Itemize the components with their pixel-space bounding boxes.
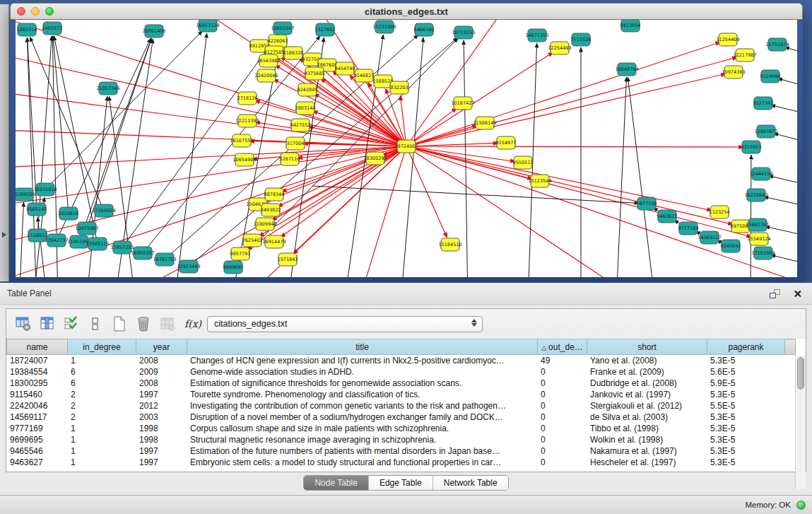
table-settings-icon[interactable] <box>13 314 33 334</box>
table-row[interactable]: 1872400712008Changes of HCN gene express… <box>6 355 795 366</box>
network-node[interactable]: 18935814 <box>33 183 57 196</box>
network-node[interactable]: 2718126 <box>237 92 258 105</box>
table-cell[interactable]: Estimation of significance thresholds fo… <box>187 378 537 389</box>
table-cell[interactable]: 22420046 <box>6 400 67 411</box>
table-cell[interactable]: 1997 <box>136 445 187 457</box>
close-panel-icon[interactable]: ✕ <box>793 288 802 299</box>
network-node[interactable]: 16210643 <box>744 189 767 201</box>
table-cell[interactable]: 5.5E-5 <box>707 400 784 411</box>
table-cell[interactable]: 5.6E-5 <box>707 366 784 378</box>
network-node[interactable]: 15549124 <box>747 233 770 245</box>
table-cell[interactable]: 5.3E-5 <box>707 355 784 366</box>
table-cell[interactable]: 14569117 <box>6 411 67 423</box>
network-node[interactable]: 3493822 <box>261 204 281 216</box>
network-node[interactable]: 14671355 <box>525 29 548 42</box>
network-node[interactable]: 2405572 <box>42 22 63 35</box>
table-cell[interactable]: 9465546 <box>6 445 67 457</box>
network-node[interactable]: 16543982 <box>257 54 280 67</box>
table-row[interactable]: 969969511998Structural magnetic resonanc… <box>6 434 795 445</box>
table-cell[interactable]: 0 <box>537 457 587 468</box>
table-cell[interactable]: Tourette syndrome. Phenomenology and cla… <box>187 389 537 400</box>
network-node[interactable]: 12923448 <box>177 260 200 273</box>
column-header-pagerank[interactable]: pagerank <box>707 339 785 355</box>
network-node[interactable]: 15231908 <box>372 21 396 33</box>
table-cell[interactable]: 2 <box>67 400 136 411</box>
network-node[interactable]: 10167427 <box>451 97 474 110</box>
network-node[interactable]: 7625402 <box>242 234 263 247</box>
network-node[interactable]: 9375685 <box>305 67 325 80</box>
network-node[interactable]: 15184510 <box>438 238 461 251</box>
table-cell[interactable]: 19384554 <box>6 366 67 378</box>
network-node[interactable]: 9227342 <box>753 97 774 110</box>
table-cell[interactable]: 0 <box>537 378 587 389</box>
table-cell[interactable]: 2012 <box>136 400 187 411</box>
network-node[interactable]: 1865314 <box>17 23 37 36</box>
table-row[interactable]: 1456911722003Disruption of a novel membe… <box>6 411 795 423</box>
network-node[interactable]: 18724007 <box>394 140 418 153</box>
network-node[interactable]: 2020655 <box>59 207 79 220</box>
network-node[interactable]: 17359924 <box>92 204 115 217</box>
delete-trash-icon[interactable] <box>134 314 153 334</box>
network-node[interactable]: 6466160 <box>414 23 435 36</box>
network-node[interactable]: 16782753 <box>153 253 176 266</box>
table-cell[interactable]: 1 <box>67 355 136 366</box>
table-cell[interactable]: Hescheler et al. (1997) <box>587 457 707 468</box>
table-cell[interactable]: 2 <box>67 389 136 400</box>
table-row[interactable]: 977716911998Corpus callosum shape and si… <box>6 423 795 434</box>
table-cell[interactable]: 1997 <box>136 389 187 400</box>
table-cell[interactable]: 1998 <box>136 423 187 434</box>
network-node[interactable]: 11809948 <box>253 218 276 230</box>
network-node[interactable]: 7677708 <box>637 197 657 210</box>
table-cell[interactable]: 1 <box>67 423 136 434</box>
table-cell[interactable]: Yano et al. (2008) <box>587 355 707 366</box>
network-node[interactable]: 9146821 <box>354 69 375 82</box>
network-node[interactable]: 12093872 <box>754 125 777 138</box>
network-node[interactable]: 317004 <box>286 137 305 150</box>
network-node[interactable]: 18300295 <box>363 152 387 165</box>
network-node[interactable]: 9329966 <box>760 70 781 83</box>
network-node[interactable]: 9463627 <box>657 210 678 223</box>
network-node[interactable]: 11254409 <box>716 33 739 46</box>
table-cell[interactable]: 49 <box>537 355 587 366</box>
network-node[interactable]: 11506149 <box>473 117 496 129</box>
network-node[interactable]: 2803144 <box>295 102 316 115</box>
network-node[interactable]: 15123544 <box>528 175 551 187</box>
network-node[interactable]: 15692391 <box>746 218 769 231</box>
table-cell[interactable]: de Silva et al. (2003) <box>587 411 707 423</box>
network-node[interactable]: 22420046 <box>254 69 278 82</box>
column-header-name[interactable]: name <box>7 339 68 355</box>
table-row[interactable]: 946362711997Embryonic stem cells: a mode… <box>6 457 795 468</box>
network-node[interactable]: 8813054 <box>620 20 641 32</box>
table-row[interactable]: 1830029562008Estimation of significance … <box>6 378 795 389</box>
network-node[interactable]: 1527602 <box>315 23 336 36</box>
network-node[interactable]: 25206505 <box>16 188 36 201</box>
table-row[interactable]: 2242004622012Investigating the contribut… <box>6 400 795 411</box>
network-node[interactable]: 16107553 <box>230 134 253 147</box>
network-node[interactable]: 13942737 <box>45 234 68 247</box>
network-node[interactable]: 9777169 <box>678 222 699 235</box>
column-header-title[interactable]: title <box>187 339 538 355</box>
network-node[interactable]: 13505115 <box>86 238 109 250</box>
table-cell[interactable]: Dudbridge et al. (2008) <box>587 378 707 389</box>
float-panel-icon[interactable] <box>770 289 780 298</box>
table-cell[interactable]: 0 <box>537 400 587 411</box>
table-scrollbar[interactable] <box>795 355 806 489</box>
table-cell[interactable]: Tibbo et al. (1998) <box>587 423 707 434</box>
table-cell[interactable]: 18300295 <box>6 378 67 389</box>
select-rows-icon[interactable] <box>61 314 81 334</box>
network-node[interactable]: 15751074 <box>765 38 789 51</box>
table-row[interactable]: 1938455462009Genome-wide association stu… <box>6 366 795 378</box>
tab-edge-table[interactable]: Edge Table <box>369 476 433 490</box>
network-node[interactable]: 9242845 <box>298 83 318 96</box>
network-node[interactable]: 14569117 <box>698 231 721 244</box>
table-row[interactable]: 946554611997Estimation of the future num… <box>6 445 795 457</box>
network-canvas[interactable]: 1872400718300295891295442260639127505165… <box>16 20 797 277</box>
scrollbar-thumb[interactable] <box>797 357 804 390</box>
network-node[interactable]: 16953124 <box>196 20 219 32</box>
network-node[interactable]: 9154977 <box>496 136 517 149</box>
row-height-icon[interactable] <box>86 314 105 334</box>
table-cell[interactable]: 0 <box>537 445 587 457</box>
table-cell[interactable]: 6 <box>67 366 136 378</box>
table-cell[interactable]: Franke et al. (2009) <box>587 366 707 378</box>
table-cell[interactable]: Structural magnetic resonance image aver… <box>187 434 537 445</box>
